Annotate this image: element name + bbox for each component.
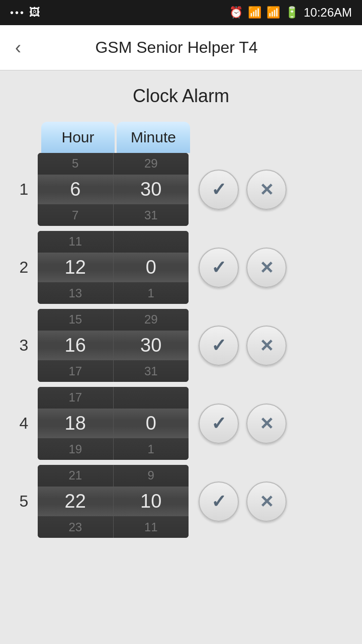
alarm-4-min-next: 1 [114, 438, 189, 460]
alarm-4-hour-prev: 17 [38, 387, 113, 409]
alarm-5-confirm-button[interactable]: ✓ [199, 481, 239, 522]
alarm-4-confirm-button[interactable]: ✓ [199, 404, 239, 444]
alarm-4-hour-selected: 18 [38, 409, 113, 439]
alarm-number-5: 5 [10, 492, 38, 511]
alarm-4-min-selected: 0 [114, 409, 189, 439]
alarm-1-hour-selected: 6 [38, 175, 113, 205]
check-icon-1: ✓ [211, 179, 226, 200]
alarm-3-hour-selected: 16 [38, 331, 113, 361]
status-bar: ••• 🖼 ⏰ 📶 📶 🔋 10:26AM [0, 0, 362, 25]
alarm-3-minute-col[interactable]: 29 30 31 [114, 309, 189, 382]
alarm-2-hour-next: 13 [38, 282, 113, 304]
alarm-2-hour-prev: 11 [38, 231, 113, 253]
status-dots: ••• [10, 7, 25, 19]
signal-icon-2: 📶 [266, 6, 280, 19]
signal-icon-1: 📶 [248, 6, 261, 19]
battery-icon: 🔋 [285, 6, 299, 19]
alarm-1-minute-col[interactable]: 29 30 31 [114, 153, 189, 226]
alarm-number-2: 2 [10, 258, 38, 277]
alarm-2-confirm-button[interactable]: ✓ [199, 248, 239, 288]
alarm-4-picker[interactable]: 17 18 19 0 1 [38, 387, 189, 460]
alarm-row-3: 3 15 16 17 29 30 31 ✓ ✕ [10, 309, 352, 382]
alarm-5-hour-next: 23 [38, 516, 113, 538]
top-bar: ‹ GSM Senior Helper T4 [0, 25, 362, 70]
alarm-number-1: 1 [10, 180, 38, 199]
alarm-5-cancel-button[interactable]: ✕ [246, 481, 287, 522]
x-icon-3: ✕ [259, 336, 274, 356]
alarm-3-picker[interactable]: 15 16 17 29 30 31 [38, 309, 189, 382]
back-button[interactable]: ‹ [10, 32, 26, 63]
alarm-row-2: 2 11 12 13 0 1 ✓ ✕ [10, 231, 352, 304]
alarm-1-min-next: 31 [114, 204, 189, 226]
status-time: 10:26AM [304, 6, 352, 20]
alarm-2-min-selected: 0 [114, 253, 189, 283]
alarm-3-min-next: 31 [114, 360, 189, 382]
alarm-4-hour-col[interactable]: 17 18 19 [38, 387, 114, 460]
check-icon-3: ✓ [211, 335, 226, 356]
alarm-1-cancel-button[interactable]: ✕ [246, 170, 287, 210]
status-right: ⏰ 📶 📶 🔋 10:26AM [229, 6, 352, 20]
minute-column-header: Minute [117, 122, 190, 153]
alarm-5-min-selected: 10 [114, 487, 189, 517]
x-icon-1: ✕ [259, 180, 274, 200]
alarm-3-actions: ✓ ✕ [199, 326, 287, 366]
alarm-1-min-prev: 29 [114, 153, 189, 175]
alarm-5-hour-prev: 21 [38, 465, 113, 487]
alarm-2-minute-col[interactable]: 0 1 [114, 231, 189, 304]
alarm-3-hour-col[interactable]: 15 16 17 [38, 309, 114, 382]
alarm-2-min-next: 1 [114, 282, 189, 304]
x-icon-2: ✕ [259, 258, 274, 278]
alarm-4-min-prev [114, 387, 189, 409]
alarm-4-hour-next: 19 [38, 438, 113, 460]
alarm-1-picker[interactable]: 5 6 7 29 30 31 [38, 153, 189, 226]
x-icon-5: ✕ [259, 492, 274, 512]
x-icon-4: ✕ [259, 414, 274, 434]
alarm-4-cancel-button[interactable]: ✕ [246, 404, 287, 444]
main-content: Clock Alarm Hour Minute 1 5 6 7 29 30 31… [0, 70, 362, 553]
alarm-1-confirm-button[interactable]: ✓ [199, 170, 239, 210]
alarm-5-min-next: 11 [114, 516, 189, 538]
alarm-1-min-selected: 30 [114, 175, 189, 205]
hour-column-header: Hour [41, 122, 115, 153]
alarm-row-5: 5 21 22 23 9 10 11 ✓ ✕ [10, 465, 352, 538]
alarm-5-min-prev: 9 [114, 465, 189, 487]
alarm-4-actions: ✓ ✕ [199, 404, 287, 444]
alarm-3-confirm-button[interactable]: ✓ [199, 326, 239, 366]
alarm-1-hour-prev: 5 [38, 153, 113, 175]
alarm-5-actions: ✓ ✕ [199, 481, 287, 522]
alarm-3-min-prev: 29 [114, 309, 189, 331]
alarm-2-hour-col[interactable]: 11 12 13 [38, 231, 114, 304]
alarm-2-hour-selected: 12 [38, 253, 113, 283]
alarm-5-hour-selected: 22 [38, 487, 113, 517]
alarm-row-1: 1 5 6 7 29 30 31 ✓ ✕ [10, 153, 352, 226]
alarm-number-3: 3 [10, 336, 38, 355]
alarm-1-hour-col[interactable]: 5 6 7 [38, 153, 114, 226]
status-image-icon: 🖼 [29, 6, 40, 19]
alarm-icon: ⏰ [229, 6, 243, 19]
check-icon-5: ✓ [211, 491, 226, 512]
alarm-3-min-selected: 30 [114, 331, 189, 361]
status-left: ••• 🖼 [10, 6, 40, 19]
check-icon-2: ✓ [211, 257, 226, 278]
alarm-3-hour-prev: 15 [38, 309, 113, 331]
alarm-1-actions: ✓ ✕ [199, 170, 287, 210]
check-icon-4: ✓ [211, 413, 226, 434]
page-title: Clock Alarm [10, 86, 352, 107]
alarm-5-hour-col[interactable]: 21 22 23 [38, 465, 114, 538]
alarm-3-cancel-button[interactable]: ✕ [246, 326, 287, 366]
alarm-3-hour-next: 17 [38, 360, 113, 382]
column-headers: Hour Minute [40, 122, 191, 153]
alarm-4-minute-col[interactable]: 0 1 [114, 387, 189, 460]
alarm-2-actions: ✓ ✕ [199, 248, 287, 288]
alarm-2-picker[interactable]: 11 12 13 0 1 [38, 231, 189, 304]
alarm-5-minute-col[interactable]: 9 10 11 [114, 465, 189, 538]
alarm-2-cancel-button[interactable]: ✕ [246, 248, 287, 288]
alarm-number-4: 4 [10, 414, 38, 433]
alarm-1-hour-next: 7 [38, 204, 113, 226]
alarm-row-4: 4 17 18 19 0 1 ✓ ✕ [10, 387, 352, 460]
alarm-5-picker[interactable]: 21 22 23 9 10 11 [38, 465, 189, 538]
app-title: GSM Senior Helper T4 [26, 38, 327, 57]
alarm-2-min-prev [114, 231, 189, 253]
alarm-rows-container: 1 5 6 7 29 30 31 ✓ ✕ 2 11 [10, 153, 352, 538]
